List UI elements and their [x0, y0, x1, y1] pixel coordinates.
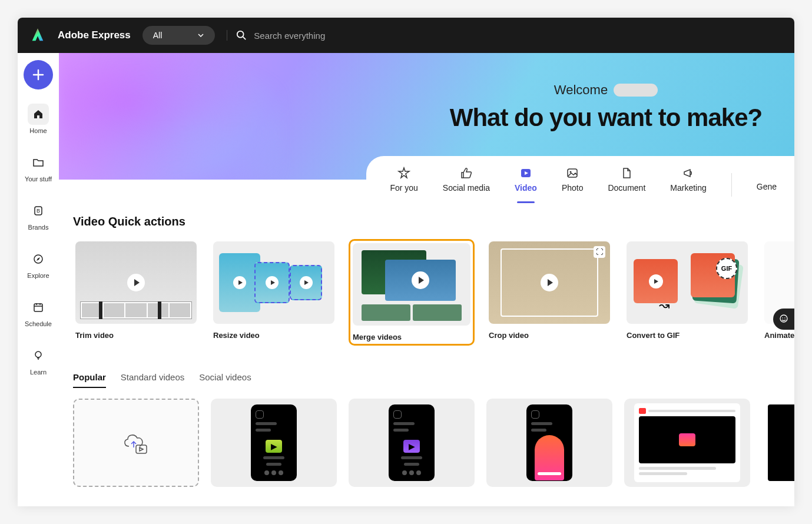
sidebar-item-your-stuff[interactable]: Your stuff	[21, 148, 56, 186]
gif-badge: GIF	[716, 258, 737, 279]
home-icon	[32, 108, 44, 120]
instagram-icon	[256, 410, 264, 419]
cloud-upload-icon	[118, 430, 154, 456]
svg-point-11	[782, 317, 783, 319]
card-label: Merge videos	[353, 333, 470, 341]
sidebar-item-schedule[interactable]: Schedule	[21, 293, 56, 331]
sidebar-item-label: Explore	[27, 272, 49, 279]
play-icon	[649, 274, 663, 288]
compass-icon	[32, 253, 44, 265]
card-label: Trim video	[75, 331, 197, 340]
tab-for-you[interactable]: For you	[390, 167, 417, 203]
sidebar-item-label: Learn	[30, 369, 47, 376]
card-label: Animate fro	[764, 331, 794, 340]
search-icon	[236, 30, 247, 41]
play-icon	[300, 276, 313, 289]
tab-marketing[interactable]: Marketing	[670, 167, 706, 203]
sidebar-item-label: Your stuff	[25, 175, 52, 183]
tab-label: Social media	[443, 183, 490, 193]
sidebar-item-label: Schedule	[25, 320, 52, 327]
top-bar: Adobe Express All	[18, 18, 794, 53]
sidebar-item-learn[interactable]: Learn	[21, 341, 56, 379]
hero-decoration	[59, 53, 283, 180]
section-title-quick-actions: Video Quick actions	[73, 215, 794, 228]
plus-icon	[32, 68, 45, 81]
tab-label: Video	[515, 183, 537, 193]
templates-row: ▶ ▶	[73, 399, 794, 487]
tiktok-icon	[393, 410, 402, 419]
document-icon	[620, 167, 633, 180]
card-label: Resize video	[213, 331, 334, 340]
svg-rect-9	[136, 445, 147, 453]
search-container	[227, 30, 783, 41]
sidebar-item-home[interactable]: Home	[21, 100, 56, 138]
sidebar-item-label: Home	[29, 127, 47, 134]
template-instagram-reel[interactable]: ▶	[211, 399, 337, 487]
subtab-standard-videos[interactable]: Standard videos	[121, 372, 184, 388]
tab-label: Document	[608, 183, 645, 193]
tab-document[interactable]: Document	[608, 167, 645, 203]
tab-label: Photo	[562, 183, 584, 193]
svg-point-12	[784, 317, 786, 319]
quick-action-resize-video[interactable]: Resize video	[211, 239, 337, 346]
search-input[interactable]	[254, 31, 783, 41]
template-subtabs: Popular Standard videos Social videos	[73, 372, 794, 388]
arrow-icon: ↝	[659, 298, 670, 313]
tab-generate[interactable]: Gene	[757, 167, 777, 203]
subtab-popular[interactable]: Popular	[73, 372, 106, 388]
video-icon: ▶	[266, 440, 282, 453]
svg-point-10	[780, 315, 787, 322]
hero-title: What do you want to make?	[429, 104, 783, 132]
svg-point-8	[570, 171, 572, 173]
chat-smile-icon	[778, 314, 789, 324]
sidebar-item-explore[interactable]: Explore	[21, 245, 56, 283]
category-dropdown[interactable]: All	[142, 26, 216, 45]
play-icon	[541, 274, 558, 291]
quick-action-merge-videos[interactable]: Merge videos	[349, 239, 475, 346]
tab-photo[interactable]: Photo	[562, 167, 584, 203]
user-name-placeholder	[614, 84, 658, 97]
thumbs-up-icon	[460, 167, 473, 180]
sidebar-item-label: Brands	[28, 224, 49, 231]
star-icon	[397, 167, 410, 180]
tab-video[interactable]: Video	[515, 167, 537, 203]
quick-action-crop-video[interactable]: ⛶ Crop video	[486, 239, 612, 346]
calendar-icon	[32, 301, 44, 313]
card-label: Crop video	[489, 331, 610, 340]
template-youtube[interactable]	[624, 399, 750, 487]
svg-point-0	[237, 31, 244, 38]
category-label: All	[153, 31, 163, 40]
folder-icon	[32, 157, 44, 168]
svg-point-5	[35, 351, 41, 357]
template-tiktok[interactable]: ▶	[349, 399, 475, 487]
brand-name: Adobe Express	[58, 29, 131, 41]
template-upload[interactable]	[73, 399, 199, 487]
card-thumbnail: ⛶	[489, 241, 610, 324]
feedback-button[interactable]	[773, 309, 794, 330]
main-content: Welcome What do you want to make? For yo…	[59, 53, 794, 506]
video-icon: ▶	[403, 440, 420, 453]
card-thumbnail	[213, 241, 334, 324]
lightbulb-icon	[32, 350, 44, 362]
category-tabs: For you Social media Video Photo Documen…	[366, 156, 794, 203]
tab-label: For you	[390, 183, 417, 193]
card-thumbnail	[75, 241, 197, 324]
tab-social-media[interactable]: Social media	[443, 167, 490, 203]
svg-text:B: B	[37, 208, 40, 214]
play-icon	[266, 276, 279, 289]
sidebar: Home Your stuff B Brands Explore Schedul…	[18, 53, 59, 506]
card-thumbnail	[353, 243, 470, 326]
quick-action-convert-to-gif[interactable]: GIF ↝ Convert to GIF	[624, 239, 750, 346]
tab-divider	[731, 173, 732, 197]
chevron-down-icon	[197, 32, 204, 39]
tab-label: Gene	[757, 182, 777, 191]
create-button[interactable]	[24, 60, 53, 89]
subtab-social-videos[interactable]: Social videos	[199, 372, 251, 388]
quick-action-trim-video[interactable]: Trim video	[73, 239, 199, 346]
play-icon	[233, 276, 246, 289]
play-icon	[127, 274, 145, 291]
template-instagram-story[interactable]	[486, 399, 612, 487]
image-icon	[566, 167, 579, 180]
template-more[interactable]	[762, 399, 794, 487]
sidebar-item-brands[interactable]: B Brands	[21, 197, 56, 234]
